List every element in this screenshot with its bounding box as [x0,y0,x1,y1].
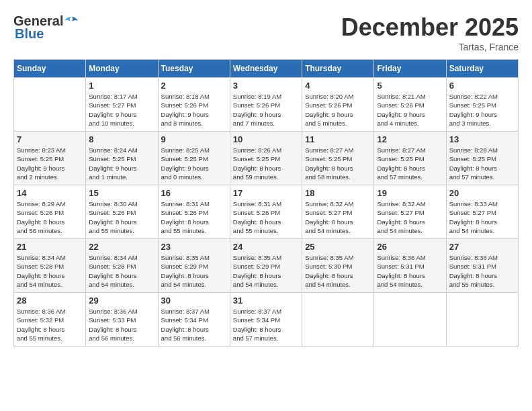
calendar-cell: 19Sunrise: 8:32 AM Sunset: 5:27 PM Dayli… [374,185,446,239]
day-number: 10 [233,134,299,144]
day-number: 17 [233,188,299,198]
page-header: General Blue December 2025 Tartas, Franc… [13,13,519,52]
day-info: Sunrise: 8:36 AM Sunset: 5:31 PM Dayligh… [449,253,515,289]
day-info: Sunrise: 8:26 AM Sunset: 5:25 PM Dayligh… [233,146,299,181]
calendar-cell: 14Sunrise: 8:29 AM Sunset: 5:26 PM Dayli… [14,185,86,239]
day-number: 18 [305,188,371,198]
calendar-cell [302,293,374,347]
logo: General Blue [13,13,79,42]
calendar-cell: 16Sunrise: 8:31 AM Sunset: 5:26 PM Dayli… [158,185,230,239]
weekday-header-thursday: Thursday [302,60,374,78]
day-number: 7 [17,134,83,144]
day-info: Sunrise: 8:36 AM Sunset: 5:33 PM Dayligh… [89,307,154,342]
day-number: 14 [17,188,83,198]
day-number: 19 [377,188,443,198]
calendar-cell: 24Sunrise: 8:35 AM Sunset: 5:29 PM Dayli… [230,239,302,293]
calendar-cell: 6Sunrise: 8:22 AM Sunset: 5:25 PM Daylig… [446,78,518,132]
day-number: 22 [89,242,154,252]
calendar-cell: 2Sunrise: 8:18 AM Sunset: 5:26 PM Daylig… [158,78,230,132]
day-info: Sunrise: 8:34 AM Sunset: 5:28 PM Dayligh… [17,253,83,289]
calendar-cell: 1Sunrise: 8:17 AM Sunset: 5:27 PM Daylig… [86,78,158,132]
calendar-cell: 26Sunrise: 8:36 AM Sunset: 5:31 PM Dayli… [374,239,446,293]
weekday-header-wednesday: Wednesday [230,60,302,78]
day-number: 26 [377,242,443,252]
day-number: 27 [449,242,515,252]
calendar-table: SundayMondayTuesdayWednesdayThursdayFrid… [13,59,519,347]
calendar-week-row: 14Sunrise: 8:29 AM Sunset: 5:26 PM Dayli… [14,185,519,239]
day-info: Sunrise: 8:23 AM Sunset: 5:25 PM Dayligh… [17,146,83,181]
calendar-cell: 30Sunrise: 8:37 AM Sunset: 5:34 PM Dayli… [158,293,230,347]
day-number: 9 [161,134,227,144]
day-number: 4 [305,81,371,91]
day-number: 13 [449,134,515,144]
day-info: Sunrise: 8:22 AM Sunset: 5:25 PM Dayligh… [449,92,515,128]
day-number: 24 [233,242,299,252]
day-info: Sunrise: 8:29 AM Sunset: 5:26 PM Dayligh… [17,199,83,235]
day-number: 16 [161,188,227,198]
day-number: 5 [377,81,443,91]
calendar-cell: 15Sunrise: 8:30 AM Sunset: 5:26 PM Dayli… [86,185,158,239]
day-info: Sunrise: 8:31 AM Sunset: 5:26 PM Dayligh… [233,199,299,235]
day-info: Sunrise: 8:25 AM Sunset: 5:25 PM Dayligh… [161,146,227,181]
calendar-cell: 13Sunrise: 8:28 AM Sunset: 5:25 PM Dayli… [446,132,518,185]
day-info: Sunrise: 8:17 AM Sunset: 5:27 PM Dayligh… [89,92,154,128]
calendar-cell: 8Sunrise: 8:24 AM Sunset: 5:25 PM Daylig… [86,132,158,185]
day-info: Sunrise: 8:35 AM Sunset: 5:29 PM Dayligh… [161,253,227,289]
weekday-header-tuesday: Tuesday [158,60,230,78]
day-info: Sunrise: 8:37 AM Sunset: 5:34 PM Dayligh… [161,307,227,342]
calendar-cell: 27Sunrise: 8:36 AM Sunset: 5:31 PM Dayli… [446,239,518,293]
calendar-header: SundayMondayTuesdayWednesdayThursdayFrid… [14,60,519,78]
day-number: 6 [449,81,515,91]
day-info: Sunrise: 8:32 AM Sunset: 5:27 PM Dayligh… [377,199,443,235]
calendar-cell [446,293,518,347]
day-info: Sunrise: 8:24 AM Sunset: 5:25 PM Dayligh… [89,146,154,181]
day-number: 28 [17,295,83,306]
calendar-cell: 23Sunrise: 8:35 AM Sunset: 5:29 PM Dayli… [158,239,230,293]
calendar-cell: 20Sunrise: 8:33 AM Sunset: 5:27 PM Dayli… [446,185,518,239]
calendar-cell: 22Sunrise: 8:34 AM Sunset: 5:28 PM Dayli… [86,239,158,293]
weekday-header-monday: Monday [86,60,158,78]
calendar-cell: 25Sunrise: 8:35 AM Sunset: 5:30 PM Dayli… [302,239,374,293]
day-number: 25 [305,242,371,252]
calendar-cell: 7Sunrise: 8:23 AM Sunset: 5:25 PM Daylig… [14,132,86,185]
day-number: 2 [161,81,227,91]
day-number: 1 [89,81,154,91]
calendar-cell: 11Sunrise: 8:27 AM Sunset: 5:25 PM Dayli… [302,132,374,185]
calendar-body: 1Sunrise: 8:17 AM Sunset: 5:27 PM Daylig… [14,78,519,347]
weekday-header-friday: Friday [374,60,446,78]
day-info: Sunrise: 8:36 AM Sunset: 5:31 PM Dayligh… [377,253,443,289]
weekday-header-sunday: Sunday [14,60,86,78]
weekday-header-row: SundayMondayTuesdayWednesdayThursdayFrid… [14,60,519,78]
logo-bird-icon [64,14,79,29]
calendar-cell: 12Sunrise: 8:27 AM Sunset: 5:25 PM Dayli… [374,132,446,185]
day-number: 11 [305,134,371,144]
day-info: Sunrise: 8:35 AM Sunset: 5:30 PM Dayligh… [305,253,371,289]
day-info: Sunrise: 8:21 AM Sunset: 5:26 PM Dayligh… [377,92,443,128]
day-info: Sunrise: 8:18 AM Sunset: 5:26 PM Dayligh… [161,92,227,128]
calendar-cell: 4Sunrise: 8:20 AM Sunset: 5:26 PM Daylig… [302,78,374,132]
day-info: Sunrise: 8:27 AM Sunset: 5:25 PM Dayligh… [377,146,443,181]
day-info: Sunrise: 8:30 AM Sunset: 5:26 PM Dayligh… [89,199,154,235]
day-number: 15 [89,188,154,198]
calendar-cell: 10Sunrise: 8:26 AM Sunset: 5:25 PM Dayli… [230,132,302,185]
month-title: December 2025 [341,13,519,42]
location: Tartas, France [341,42,519,52]
day-number: 8 [89,134,154,144]
calendar-cell: 5Sunrise: 8:21 AM Sunset: 5:26 PM Daylig… [374,78,446,132]
day-info: Sunrise: 8:33 AM Sunset: 5:27 PM Dayligh… [449,199,515,235]
day-info: Sunrise: 8:28 AM Sunset: 5:25 PM Dayligh… [449,146,515,181]
calendar-week-row: 7Sunrise: 8:23 AM Sunset: 5:25 PM Daylig… [14,132,519,185]
day-number: 3 [233,81,299,91]
calendar-cell: 9Sunrise: 8:25 AM Sunset: 5:25 PM Daylig… [158,132,230,185]
day-number: 29 [89,295,154,306]
day-info: Sunrise: 8:19 AM Sunset: 5:26 PM Dayligh… [233,92,299,128]
day-info: Sunrise: 8:34 AM Sunset: 5:28 PM Dayligh… [89,253,154,289]
calendar-cell: 31Sunrise: 8:37 AM Sunset: 5:34 PM Dayli… [230,293,302,347]
calendar-cell [14,78,86,132]
title-area: December 2025 Tartas, France [341,13,519,52]
day-info: Sunrise: 8:32 AM Sunset: 5:27 PM Dayligh… [305,199,371,235]
day-number: 31 [233,295,299,306]
calendar-cell: 3Sunrise: 8:19 AM Sunset: 5:26 PM Daylig… [230,78,302,132]
day-number: 12 [377,134,443,144]
calendar-week-row: 21Sunrise: 8:34 AM Sunset: 5:28 PM Dayli… [14,239,519,293]
